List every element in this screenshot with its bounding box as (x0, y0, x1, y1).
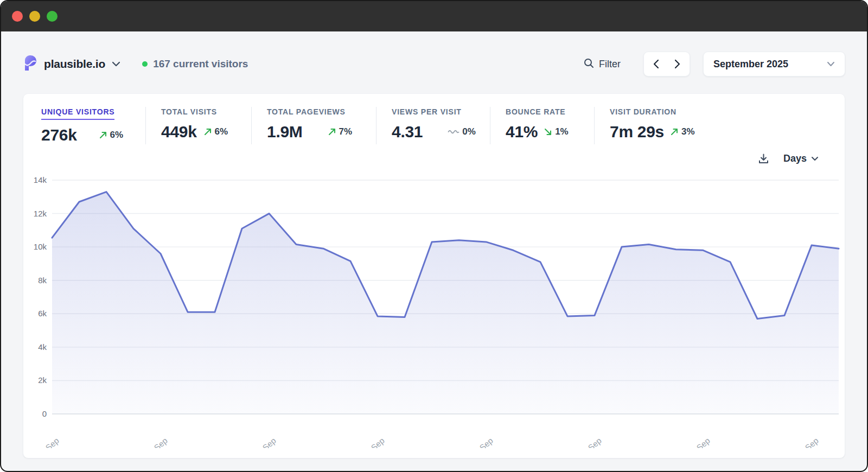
chevron-down-icon (811, 156, 819, 161)
stat-views-per-visit[interactable]: VIEWS PER VISIT 4.31 0% (376, 107, 490, 144)
stat-value: 41% (506, 123, 538, 141)
site-switcher[interactable]: plausible.io (23, 55, 120, 73)
current-visitors[interactable]: 167 current visitors (142, 58, 248, 70)
dashboard-header: plausible.io 167 current visitors Filter (23, 50, 845, 78)
stat-change: 6% (99, 130, 124, 141)
stat-total-visits[interactable]: TOTAL VISITS 449k 6% (145, 107, 251, 144)
svg-text:4k: 4k (38, 342, 47, 352)
stat-total-pageviews[interactable]: TOTAL PAGEVIEWS 1.9M 7% (251, 107, 376, 144)
svg-text:17 Sep: 17 Sep (469, 436, 495, 448)
stat-unique-visitors[interactable]: UNIQUE VISITORS 276k 6% (41, 107, 145, 144)
chevron-down-icon (827, 59, 835, 69)
plausible-logo-icon (23, 55, 37, 73)
svg-text:6k: 6k (38, 309, 47, 318)
stat-label: VIEWS PER VISIT (392, 107, 462, 116)
svg-text:29 Sep: 29 Sep (795, 436, 820, 448)
arrow-up-right-icon (328, 127, 336, 136)
stat-change: 0% (448, 126, 476, 137)
date-nav-group (643, 52, 690, 76)
chevron-down-icon (112, 61, 120, 67)
svg-text:9 Sep: 9 Sep (256, 436, 278, 448)
filter-button[interactable]: Filter (584, 58, 621, 71)
stat-value: 4.31 (392, 123, 423, 141)
svg-text:10k: 10k (34, 242, 47, 251)
filter-label: Filter (599, 59, 621, 70)
svg-text:2k: 2k (38, 375, 47, 385)
interval-dropdown[interactable]: Days (783, 153, 819, 164)
arrow-up-right-icon (203, 127, 212, 136)
stat-value: 7m 29s (610, 123, 664, 141)
stat-label: BOUNCE RATE (506, 107, 565, 116)
top-stats-row: UNIQUE VISITORS 276k 6% TOTAL VISITS 449… (23, 94, 845, 144)
window-title-bar (1, 1, 867, 31)
svg-text:0: 0 (42, 409, 47, 418)
export-button[interactable] (758, 153, 769, 164)
stat-change: 6% (203, 126, 228, 137)
stat-change: 7% (328, 126, 353, 137)
close-window-button[interactable] (12, 11, 23, 22)
stat-value: 276k (41, 126, 77, 144)
next-period-button[interactable] (668, 53, 687, 75)
chart-controls: Days (23, 150, 845, 167)
stat-value: 449k (161, 123, 197, 141)
stat-label: TOTAL VISITS (161, 107, 217, 116)
squiggle-flat-icon (448, 129, 459, 135)
stat-label: TOTAL PAGEVIEWS (267, 107, 346, 116)
stat-value: 1.9M (267, 123, 303, 141)
svg-text:1 Sep: 1 Sep (39, 436, 61, 448)
download-icon (758, 153, 769, 164)
svg-text:12k: 12k (34, 209, 47, 218)
stat-label: UNIQUE VISITORS (41, 107, 114, 120)
stat-visit-duration[interactable]: VISIT DURATION 7m 29s 3% (594, 107, 713, 144)
current-visitors-label: 167 current visitors (153, 58, 248, 70)
interval-label: Days (783, 153, 807, 164)
stat-label: VISIT DURATION (610, 107, 676, 116)
maximize-window-button[interactable] (47, 11, 58, 22)
visitors-chart[interactable]: 02k4k6k8k10k12k14k1 Sep5 Sep9 Sep13 Sep1… (23, 170, 846, 448)
minimize-window-button[interactable] (29, 11, 40, 22)
search-icon (584, 58, 594, 71)
svg-text:13 Sep: 13 Sep (361, 436, 386, 448)
app-window: plausible.io 167 current visitors Filter (0, 0, 868, 472)
analytics-card: UNIQUE VISITORS 276k 6% TOTAL VISITS 449… (23, 93, 845, 458)
date-range-picker[interactable]: September 2025 (703, 52, 845, 76)
arrow-up-right-icon (99, 131, 107, 139)
date-range-label: September 2025 (713, 59, 788, 70)
svg-text:8k: 8k (38, 276, 47, 285)
stat-change: 1% (544, 126, 569, 137)
site-name: plausible.io (44, 58, 105, 71)
stat-bounce-rate[interactable]: BOUNCE RATE 41% 1% (490, 107, 594, 144)
svg-text:14k: 14k (34, 175, 47, 184)
stat-change: 3% (670, 126, 695, 137)
arrow-up-right-icon (670, 127, 679, 136)
arrow-down-right-icon (544, 127, 552, 136)
svg-text:21 Sep: 21 Sep (578, 436, 603, 448)
svg-text:5 Sep: 5 Sep (147, 436, 169, 448)
live-dot-icon (142, 61, 148, 67)
svg-text:25 Sep: 25 Sep (686, 436, 712, 448)
previous-period-button[interactable] (647, 53, 665, 75)
